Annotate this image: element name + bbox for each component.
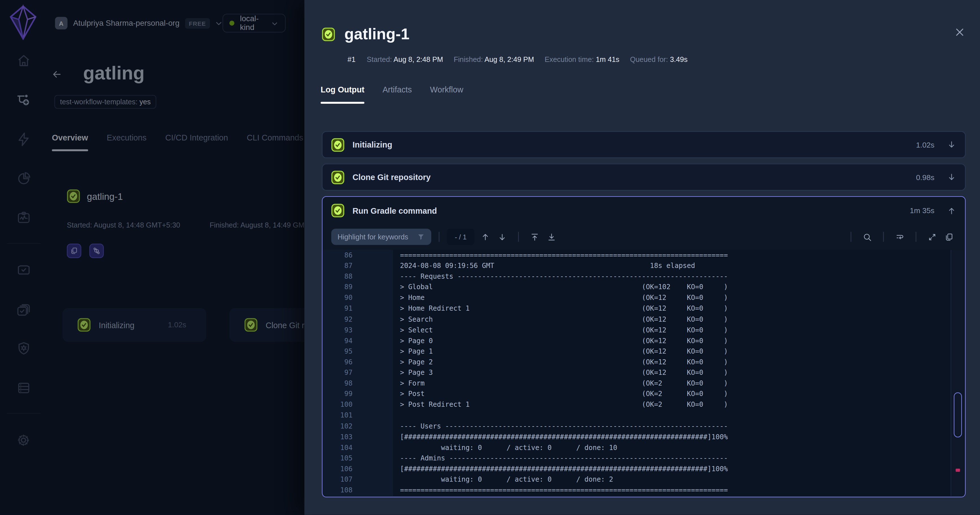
log-line-number: 93 (323, 325, 353, 335)
log-line: 104 waiting: 0 / active: 0 / done: 10 (323, 442, 964, 453)
meta-item: Execution time: 1m 41s (544, 56, 619, 63)
log-line-number: 95 (323, 346, 353, 357)
log-line-text: > Page 3 (OK=12 KO=0 ) (400, 367, 728, 378)
execution-number: #1 (347, 56, 355, 63)
drawer-tab[interactable]: Log Output (321, 85, 364, 104)
log-line-text: > Page 2 (OK=12 KO=0 ) (400, 357, 728, 367)
log-line: 103 [###################################… (323, 432, 964, 442)
previous-match-button[interactable] (480, 232, 490, 242)
scroll-to-bottom-button[interactable] (547, 232, 556, 242)
execution-title: gatling-1 (344, 25, 409, 43)
log-line: 89 > Global (OK=102 KO=0 ) (323, 282, 964, 293)
log-line-text: > Search (OK=12 KO=0 ) (400, 314, 728, 325)
step-clone-git[interactable]: Clone Git repository 0.98s (322, 164, 966, 191)
log-line: 95 > Page 1 (OK=12 KO=0 ) (323, 346, 964, 357)
log-line: 108 ====================================… (323, 485, 964, 496)
step-duration: 0.98s (916, 173, 934, 181)
step-initializing[interactable]: Initializing 1.02s (322, 131, 966, 158)
log-line: 87 2024-08-08 09:19:56 GMT 18s elapsed (323, 261, 964, 271)
log-error-marker (956, 469, 960, 472)
log-line-number: 96 (323, 357, 353, 367)
step-header[interactable]: Run Gradle command 1m 35s (323, 197, 965, 224)
expand-down-icon[interactable] (947, 172, 956, 182)
log-line-text: ========================================… (400, 250, 728, 261)
log-line-number: 107 (323, 474, 353, 485)
next-match-button[interactable] (498, 232, 507, 242)
log-line-number: 102 (323, 421, 353, 432)
log-line-text: > Post Redirect 1 (OK=2 KO=0 ) (400, 399, 728, 410)
log-line: 100 > Post Redirect 1 (OK=2 KO=0 ) (323, 399, 964, 410)
log-line-number: 91 (323, 303, 353, 314)
log-line-text: waiting: 0 / active: 0 / done: 10 (400, 442, 617, 453)
log-line-text: [#######################################… (400, 432, 728, 442)
log-line: 106 [###################################… (323, 464, 964, 474)
log-toolbar: Highlight for keywords - / 1 (323, 224, 965, 249)
drawer-tab[interactable]: Artifacts (383, 85, 412, 104)
log-line-text: ---- Users -----------------------------… (400, 421, 728, 432)
drawer-tabs: Log OutputArtifactsWorkflow (321, 85, 482, 104)
log-line-number: 97 (323, 367, 353, 378)
step-run-gradle: Run Gradle command 1m 35s Highlight for … (322, 196, 966, 497)
meta-item: Queued for: 3.49s (630, 56, 688, 63)
log-line-text: > Select (OK=12 KO=0 ) (400, 325, 728, 335)
meta-item: Finished: Aug 8, 2:49 PM (454, 56, 534, 63)
execution-drawer: gatling-1 #1 Started: Aug 8, 2:48 PM Fin… (304, 0, 980, 515)
drawer-tab[interactable]: Workflow (430, 85, 463, 104)
log-line: 107 waiting: 0 / active: 0 / done: 2 (323, 474, 964, 485)
step-duration: 1m 35s (910, 206, 934, 215)
log-line-number: 103 (323, 432, 353, 442)
filter-icon (417, 233, 425, 241)
meta-item: Started: Aug 8, 2:48 PM (367, 56, 443, 63)
log-line: 86 =====================================… (323, 250, 964, 261)
log-line-number: 105 (323, 453, 353, 464)
step-duration: 1.02s (916, 140, 934, 149)
copy-logs-icon[interactable] (944, 232, 954, 242)
log-line-number: 100 (323, 399, 353, 410)
log-line-text: > Global (OK=102 KO=0 ) (400, 282, 728, 293)
status-passed-icon (331, 138, 344, 151)
log-line-number: 87 (323, 261, 353, 271)
log-line: 88 ---- Requests -----------------------… (323, 271, 964, 282)
log-line: 94 > Page 0 (OK=12 KO=0 ) (323, 335, 964, 346)
log-line-text: ========================================… (400, 485, 728, 496)
close-icon[interactable] (954, 27, 965, 38)
log-viewer[interactable]: 86 =====================================… (323, 250, 964, 496)
search-icon[interactable] (862, 232, 872, 242)
log-scrollbar-thumb[interactable] (954, 392, 962, 437)
log-line-text: > Page 1 (OK=12 KO=0 ) (400, 346, 728, 357)
log-line: 101 (323, 410, 964, 421)
log-line-number: 98 (323, 378, 353, 389)
log-line-number: 99 (323, 389, 353, 399)
log-line: 93 > Select (OK=12 KO=0 ) (323, 325, 964, 335)
log-line: 90 > Home (OK=12 KO=0 ) (323, 292, 964, 303)
log-line-text: > Post (OK=2 KO=0 ) (400, 389, 728, 399)
log-line-text: 2024-08-08 09:19:56 GMT 18s elapsed (400, 261, 695, 271)
log-line-number: 92 (323, 314, 353, 325)
log-line-number: 90 (323, 292, 353, 303)
log-line-text: > Home (OK=12 KO=0 ) (400, 292, 728, 303)
log-line-number: 89 (323, 282, 353, 293)
log-line-number: 86 (323, 250, 353, 261)
log-lines: 86 =====================================… (323, 250, 964, 496)
log-line-number: 88 (323, 271, 353, 282)
log-line-text: [#######################################… (400, 464, 728, 474)
collapse-up-icon[interactable] (947, 206, 956, 215)
status-passed-icon (331, 170, 344, 184)
word-wrap-icon[interactable] (895, 232, 904, 242)
log-line-text: ---- Requests --------------------------… (400, 271, 728, 282)
log-line-number: 108 (323, 485, 353, 496)
scroll-to-top-button[interactable] (530, 232, 539, 242)
execution-meta: #1 Started: Aug 8, 2:48 PM Finished: Aug… (347, 56, 698, 63)
fullscreen-icon[interactable] (928, 232, 937, 242)
log-line: 91 > Home Redirect 1 (OK=12 KO=0 ) (323, 303, 964, 314)
log-line: 96 > Page 2 (OK=12 KO=0 ) (323, 357, 964, 367)
log-scrollbar-track[interactable] (951, 250, 964, 496)
status-passed-icon (331, 204, 344, 218)
highlight-keywords-dropdown[interactable]: Highlight for keywords (331, 229, 431, 245)
expand-down-icon[interactable] (947, 140, 956, 149)
log-line-text: ---- Admins ----------------------------… (400, 453, 728, 464)
log-line-number: 104 (323, 442, 353, 453)
log-line-number: 101 (323, 410, 353, 421)
log-line-text: > Form (OK=2 KO=0 ) (400, 378, 728, 389)
log-line: 92 > Search (OK=12 KO=0 ) (323, 314, 964, 325)
